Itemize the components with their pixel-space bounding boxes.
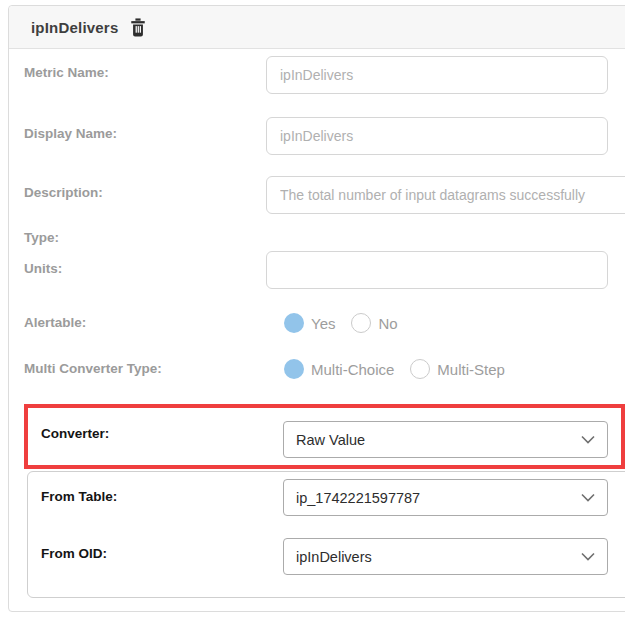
from-oid-select-value: ipInDelivers — [296, 549, 573, 565]
display-name-label: Display Name: — [24, 126, 117, 141]
panel-title: ipInDelivers — [31, 19, 118, 36]
alertable-label: Alertable: — [24, 315, 86, 330]
units-label: Units: — [24, 261, 62, 276]
from-table-select-value: ip_1742221597787 — [296, 490, 573, 506]
display-name-input[interactable] — [266, 117, 608, 155]
chevron-down-icon — [581, 493, 595, 502]
multi-converter-type-label: Multi Converter Type: — [24, 361, 162, 376]
alertable-no-label: No — [378, 315, 397, 332]
chevron-down-icon — [581, 435, 595, 444]
multi-converter-type-radio-group: Multi-Choice Multi-Step — [284, 359, 514, 379]
chevron-down-icon — [581, 552, 595, 561]
metric-name-label: Metric Name: — [24, 65, 109, 80]
metric-name-input[interactable] — [266, 56, 608, 94]
converter-label: Converter: — [41, 426, 109, 441]
converter-select-value: Raw Value — [296, 432, 573, 448]
multi-choice-radio[interactable] — [284, 359, 304, 379]
from-oid-select[interactable]: ipInDelivers — [283, 538, 608, 575]
from-oid-label: From OID: — [41, 546, 107, 561]
alertable-yes-radio[interactable] — [284, 313, 304, 333]
units-input[interactable] — [266, 251, 608, 289]
multi-step-radio[interactable] — [410, 359, 430, 379]
metric-form: Metric Name: Display Name: Description: … — [9, 49, 625, 611]
alertable-no-radio[interactable] — [351, 313, 371, 333]
description-input[interactable] — [266, 176, 625, 214]
panel-header: ipInDelivers — [9, 6, 625, 49]
trash-icon — [129, 18, 147, 37]
multi-step-label: Multi-Step — [437, 361, 505, 378]
converter-select[interactable]: Raw Value — [283, 421, 608, 458]
description-label: Description: — [24, 185, 103, 200]
multi-choice-label: Multi-Choice — [311, 361, 394, 378]
from-table-label: From Table: — [41, 489, 117, 504]
alertable-yes-label: Yes — [311, 315, 335, 332]
type-label: Type: — [24, 230, 59, 245]
from-table-select[interactable]: ip_1742221597787 — [283, 479, 608, 516]
alertable-radio-group: Yes No — [284, 313, 407, 333]
delete-metric-button[interactable] — [129, 18, 147, 37]
metric-editor-panel: ipInDelivers Metric — [8, 5, 625, 612]
